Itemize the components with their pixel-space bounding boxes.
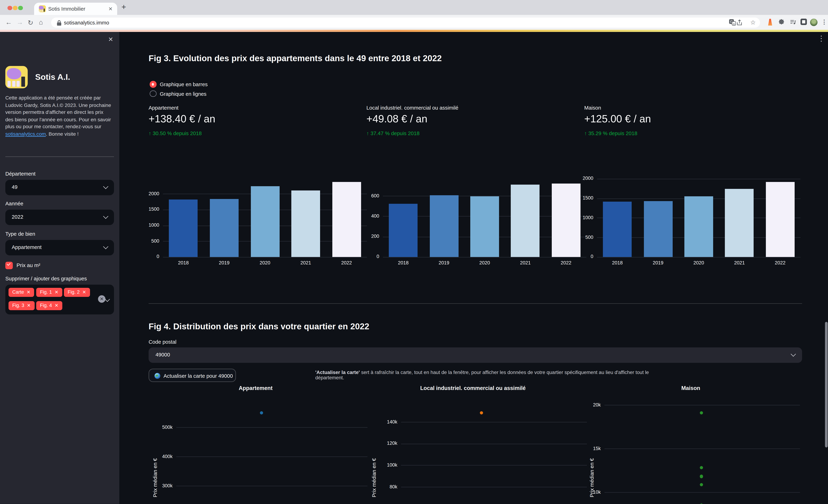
globe-icon <box>155 373 160 379</box>
scatter-ytick: 100k <box>375 462 397 468</box>
scatter-gridline <box>176 427 368 428</box>
browser-toolbar: ← → ↻ ⌂ sotisanalytics.immo G A ☆ <box>0 15 828 30</box>
window-minimize-button[interactable] <box>13 6 17 10</box>
bar-chart-ytick: 600 <box>357 193 379 198</box>
code-postal-label: Code postal <box>149 339 176 345</box>
share-icon[interactable] <box>736 19 743 26</box>
favicon-bars-shape <box>39 10 43 12</box>
scatter-title: Appartement <box>239 385 273 391</box>
bookmark-star-icon[interactable]: ☆ <box>750 18 756 26</box>
bar-2020 <box>470 196 499 257</box>
scatter-point <box>700 466 703 470</box>
bar-chart-ytick: 1000 <box>571 215 593 220</box>
bar-chart-xtick: 2020 <box>683 260 715 266</box>
code-postal-select[interactable]: 49000 <box>149 348 802 363</box>
bar-2019 <box>210 199 239 257</box>
code-postal-value: 49000 <box>156 352 170 358</box>
scatter-ytick: 300k <box>150 483 173 488</box>
actualiser-note: 'Actualiser la carte' sert à rafraîchir … <box>315 370 668 380</box>
bar-2020 <box>685 196 713 257</box>
bar-2018 <box>603 202 632 257</box>
back-icon[interactable]: ← <box>5 18 12 26</box>
window-zoom-button[interactable] <box>18 6 23 10</box>
page-scrollbar-thumb[interactable] <box>825 322 828 447</box>
scatter-ytick: 80k <box>375 484 397 489</box>
scatter-gridline <box>605 405 800 405</box>
bar-chart-ytick: 200 <box>357 234 379 239</box>
extensions-puzzle-icon[interactable] <box>778 19 785 26</box>
bar-chart-ytick: 0 <box>571 254 593 259</box>
scatter-ytick: 20k <box>578 402 601 407</box>
scatter-point <box>700 483 703 487</box>
bar-2019 <box>644 201 672 257</box>
bar-2021 <box>291 191 320 257</box>
bar-chart-xtick: 2021 <box>290 260 322 266</box>
scatter-ytick: 120k <box>375 441 397 446</box>
charts-layer: 0500100015002000201820192020202120220200… <box>0 32 828 504</box>
scatter-ytick: 400k <box>150 454 173 459</box>
bar-2021 <box>725 189 754 257</box>
bar-chart-xtick: 2022 <box>550 260 582 266</box>
note-text: sert à rafraîchir la carte, tout en haut… <box>315 370 649 380</box>
scatter-gridline <box>401 465 587 466</box>
bar-chart-xtick: 2018 <box>602 260 633 266</box>
address-bar[interactable]: sotisanalytics.immo G A ☆ <box>51 17 760 28</box>
actualiser-carte-button[interactable]: Actualiser la carte pour 49000 <box>149 369 236 382</box>
browser-menu-icon[interactable]: ⋮ <box>821 19 827 26</box>
bar-chart-xtick: 2022 <box>764 260 796 266</box>
bar-chart-ytick: 2000 <box>571 176 593 181</box>
bar-chart-xtick: 2020 <box>469 260 501 266</box>
scatter-gridline <box>401 422 587 422</box>
scatter-point <box>260 411 263 415</box>
bar-chart-ytick: 500 <box>571 234 593 240</box>
window-close-button[interactable] <box>8 6 12 10</box>
favicon-cloud-shape <box>39 6 44 9</box>
scatter-gridline <box>605 449 800 449</box>
bar-2019 <box>429 195 458 257</box>
bar-chart-xtick: 2021 <box>509 260 541 266</box>
new-tab-button[interactable]: + <box>121 2 126 11</box>
bar-chart-gridline <box>163 257 367 258</box>
scatter-point <box>700 411 703 415</box>
screen: Sotis Immobilier ✕ + ← → ↻ ⌂ sotisanalyt… <box>0 0 828 504</box>
bar-2022 <box>551 184 580 257</box>
scatter-gridline <box>176 456 368 457</box>
tab-close-icon[interactable]: ✕ <box>109 6 113 11</box>
scatter-title: Local industriel. commercial ou assimilé <box>420 385 526 391</box>
scatter-title: Maison <box>681 385 700 391</box>
actualiser-carte-label: Actualiser la carte pour 49000 <box>164 373 233 379</box>
scatter-gridline <box>605 492 800 493</box>
bar-chart-ytick: 0 <box>357 254 379 259</box>
scatter-ytick: 10k <box>578 489 601 495</box>
bar-2018 <box>169 199 198 257</box>
app-decoration-bar <box>0 30 828 32</box>
bar-2022 <box>766 182 794 257</box>
bar-chart-gridline <box>383 257 586 258</box>
chevron-down-icon <box>791 352 796 357</box>
playlist-extension-icon[interactable] <box>789 19 797 26</box>
bar-chart-gridline <box>597 179 800 179</box>
forward-icon[interactable]: → <box>16 18 23 26</box>
bar-2021 <box>511 184 540 257</box>
bar-2022 <box>332 182 361 257</box>
home-icon[interactable]: ⌂ <box>39 18 43 26</box>
bar-chart-ytick: 400 <box>357 213 379 219</box>
lock-icon <box>56 19 62 26</box>
bar-chart-xtick: 2021 <box>723 260 755 266</box>
bar-chart-ytick: 0 <box>137 254 159 259</box>
scatter-gridline <box>176 486 368 486</box>
profile-avatar[interactable] <box>810 18 818 26</box>
bar-2020 <box>251 186 280 257</box>
url-text: sotisanalytics.immo <box>64 20 109 26</box>
tab-title: Sotis Immobilier <box>48 6 85 11</box>
bar-chart-ytick: 2000 <box>137 191 159 196</box>
section-divider <box>149 304 802 304</box>
bar-chart-ytick: 1500 <box>571 195 593 201</box>
bar-chart-gridline <box>597 257 800 258</box>
bar-chart-xtick: 2018 <box>387 260 419 266</box>
scatter-gridline <box>401 444 587 444</box>
bar-chart-xtick: 2019 <box>642 260 674 266</box>
scatter-ytick: 15k <box>578 446 601 451</box>
reload-icon[interactable]: ↻ <box>28 18 33 27</box>
browser-tab[interactable]: Sotis Immobilier ✕ <box>34 2 117 15</box>
